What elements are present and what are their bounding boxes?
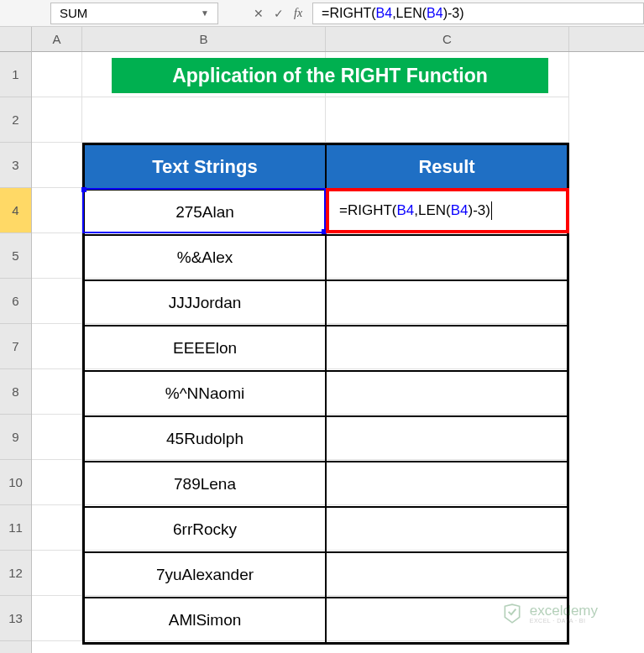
table-cell[interactable] [326, 462, 568, 507]
row-header-7[interactable]: 7 [0, 324, 31, 369]
row-header-10[interactable]: 10 [0, 460, 31, 505]
table-cell[interactable] [326, 326, 568, 371]
formula-bar: SUM ▼ ✕ ✓ fx =RIGHT(B4,LEN(B4)-3) [0, 0, 644, 27]
col-header-B[interactable]: B [82, 27, 326, 51]
column-headers: A B C [32, 27, 644, 52]
edit-ref-1: B4 [396, 202, 414, 219]
table-cell[interactable] [326, 507, 568, 552]
table-cell[interactable]: 45Rudolph [84, 416, 326, 462]
table-cell[interactable]: %^NNaomi [84, 371, 326, 416]
row-header-1[interactable]: 1 [0, 52, 31, 97]
cell[interactable] [326, 97, 569, 143]
table-header-text-strings[interactable]: Text Strings [84, 144, 326, 190]
page-title: Application of the RIGHT Function [112, 58, 548, 93]
table-cell[interactable] [326, 416, 568, 462]
cell[interactable] [32, 324, 82, 369]
cell[interactable] [82, 97, 326, 143]
formula-controls: ✕ ✓ fx [243, 7, 312, 20]
row-header-12[interactable]: 12 [0, 551, 31, 596]
edit-text: =RIGHT( [339, 202, 396, 219]
active-editing-cell[interactable]: =RIGHT(B4,LEN(B4)-3) [326, 188, 569, 233]
table-cell[interactable]: AMlSimon [84, 598, 326, 643]
cell[interactable] [32, 52, 82, 97]
formula-text-mid: ,LEN( [392, 6, 427, 21]
edit-ref-2: B4 [451, 202, 469, 219]
watermark-name: exceldemy [530, 603, 598, 618]
row-header-8[interactable]: 8 [0, 369, 31, 415]
formula-text-suffix: )-3) [443, 6, 464, 21]
watermark-sub: EXCEL · DATA · BI [530, 618, 598, 624]
table-cell[interactable] [326, 280, 568, 326]
formula-text-prefix: =RIGHT( [322, 6, 375, 21]
cell[interactable] [32, 143, 82, 188]
formula-input[interactable]: =RIGHT(B4,LEN(B4)-3) [312, 3, 644, 24]
row-header-13[interactable]: 13 [0, 596, 31, 641]
select-all-corner[interactable] [0, 27, 31, 52]
fx-icon[interactable]: fx [294, 7, 302, 20]
row-header-6[interactable]: 6 [0, 279, 31, 324]
col-header-C[interactable]: C [326, 27, 569, 51]
row-header-5[interactable]: 5 [0, 233, 31, 279]
table-cell[interactable] [326, 552, 568, 598]
edit-text: ,LEN( [414, 202, 450, 219]
table-cell[interactable] [326, 235, 568, 280]
cell[interactable] [32, 551, 82, 596]
table-cell[interactable]: %&Alex [84, 235, 326, 280]
grid-area: A B C Application of the RIGHT Function [32, 27, 644, 653]
name-box-value: SUM [60, 6, 87, 20]
name-box[interactable]: SUM ▼ [50, 3, 218, 24]
edit-text: )-3) [469, 202, 490, 219]
formula-ref-2: B4 [427, 6, 443, 21]
row-header-4[interactable]: 4 [0, 188, 31, 233]
cell[interactable] [32, 505, 82, 551]
table-cell[interactable]: JJJJordan [84, 280, 326, 326]
cell[interactable] [32, 97, 82, 143]
table-cell[interactable] [326, 371, 568, 416]
row-header-11[interactable]: 11 [0, 505, 31, 551]
cell[interactable] [32, 460, 82, 505]
text-cursor [491, 201, 492, 220]
formula-ref-1: B4 [376, 6, 393, 21]
table-cell[interactable]: 789Lena [84, 462, 326, 507]
cell[interactable] [32, 415, 82, 460]
enter-icon[interactable]: ✓ [274, 7, 284, 20]
logo-icon [501, 603, 523, 624]
dropdown-icon[interactable]: ▼ [201, 8, 209, 18]
cell[interactable] [32, 233, 82, 279]
table-cell[interactable]: 6rrRocky [84, 507, 326, 552]
grid-body: Application of the RIGHT Function Text S… [32, 52, 644, 641]
row-header-9[interactable]: 9 [0, 415, 31, 460]
table-cell[interactable]: 275Alan [84, 190, 326, 235]
cancel-icon[interactable]: ✕ [254, 7, 264, 20]
row-header-2[interactable]: 2 [0, 97, 31, 143]
col-header-A[interactable]: A [32, 27, 82, 51]
spreadsheet: 1 2 3 4 5 6 7 8 9 10 11 12 13 A B C [0, 27, 644, 653]
table-header-result[interactable]: Result [326, 144, 568, 190]
table-cell[interactable]: 7yuAlexander [84, 552, 326, 598]
row-header-3[interactable]: 3 [0, 143, 31, 188]
cell[interactable] [32, 188, 82, 233]
cell[interactable] [32, 279, 82, 324]
row-headers: 1 2 3 4 5 6 7 8 9 10 11 12 13 [0, 27, 32, 653]
cell[interactable] [32, 369, 82, 415]
cell[interactable] [32, 596, 82, 641]
watermark: exceldemy EXCEL · DATA · BI [501, 603, 598, 624]
table-cell[interactable]: EEEElon [84, 326, 326, 371]
